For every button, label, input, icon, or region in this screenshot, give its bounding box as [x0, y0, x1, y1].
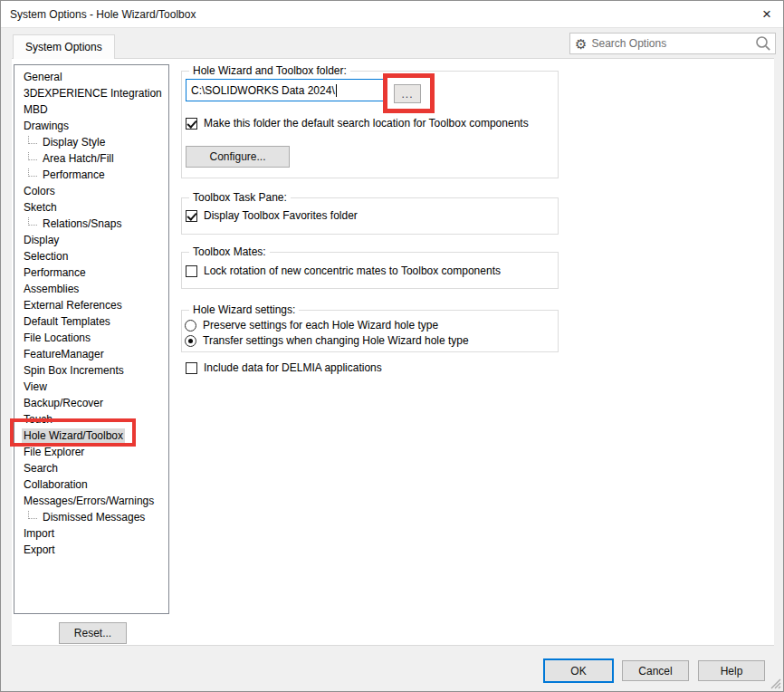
sidebar-item-label: Colors: [22, 184, 57, 198]
sidebar-item-label: MBD: [22, 102, 50, 117]
sidebar-item-label: Dismissed Messages: [41, 510, 147, 524]
sidebar-item-import[interactable]: Import: [14, 525, 168, 542]
radio-button[interactable]: [185, 335, 196, 347]
radio-button[interactable]: [185, 320, 196, 332]
sidebar-item-dismissed-messages[interactable]: Dismissed Messages: [14, 509, 168, 525]
window-title: System Options - Hole Wizard/Toolbox: [10, 8, 196, 21]
sidebar-item-3dexperience-integration[interactable]: 3DEXPERIENCE Integration: [14, 85, 168, 101]
checkbox-label: Lock rotation of new concentric mates to…: [204, 264, 501, 277]
sidebar-item-label: View: [22, 380, 49, 394]
sidebar-item-messages-errors-warnings[interactable]: Messages/Errors/Warnings: [14, 493, 168, 509]
sidebar-item-label: Hole Wizard/Toolbox: [22, 428, 125, 443]
sidebar-item-assemblies[interactable]: Assemblies: [14, 281, 168, 297]
sidebar-item-label: Touch: [22, 412, 54, 427]
sidebar-item-label: Display: [22, 233, 61, 247]
sidebar-item-selection[interactable]: Selection: [14, 248, 168, 264]
sidebar-item-performance[interactable]: Performance: [14, 167, 168, 183]
sidebar-item-general[interactable]: General: [14, 69, 168, 85]
sidebar-item-default-templates[interactable]: Default Templates: [14, 313, 168, 330]
transfer-settings-radio-row[interactable]: Transfer settings when changing Hole Wiz…: [185, 334, 469, 347]
checkbox-label: Make this folder the default search loca…: [204, 117, 529, 130]
sidebar-item-touch[interactable]: Touch: [14, 411, 168, 428]
sidebar-item-label: General: [22, 70, 64, 84]
tree-branch-icon: [28, 152, 37, 160]
radio-label: Preserve settings for each Hole Wizard h…: [203, 319, 438, 332]
sidebar-item-file-explorer[interactable]: File Explorer: [14, 444, 168, 460]
reset-button[interactable]: Reset...: [59, 622, 127, 644]
sidebar-item-file-locations[interactable]: File Locations: [14, 330, 168, 346]
checkbox[interactable]: [186, 118, 197, 130]
sidebar-item-sketch[interactable]: Sketch: [14, 199, 168, 216]
group-title: Hole Wizard and Toolbox folder:: [189, 64, 350, 77]
checkbox-label: Include data for DELMIA applications: [204, 361, 382, 374]
sidebar-item-label: Search: [22, 461, 60, 476]
preserve-settings-radio-row[interactable]: Preserve settings for each Hole Wizard h…: [185, 319, 438, 332]
text-caret: [336, 84, 337, 97]
sidebar-item-label: Area Hatch/Fill: [41, 151, 116, 166]
toolbox-folder-value: C:\SOLIDWORKS Data 2024\: [191, 84, 335, 97]
sidebar-item-drawings[interactable]: Drawings: [14, 118, 168, 134]
sidebar-item-label: Sketch: [22, 200, 59, 215]
checkbox-label: Display Toolbox Favorites folder: [204, 209, 358, 222]
search-icon: [755, 35, 771, 52]
resize-grip-icon[interactable]: [769, 677, 781, 689]
tree-branch-icon: [28, 217, 37, 226]
group-title: Hole Wizard settings:: [189, 303, 299, 316]
close-icon[interactable]: ×: [756, 5, 778, 24]
sidebar-item-label: Default Templates: [22, 314, 112, 329]
checkbox[interactable]: [186, 362, 197, 374]
sidebar-item-collaboration[interactable]: Collaboration: [14, 476, 168, 493]
delmia-checkbox-row[interactable]: Include data for DELMIA applications: [186, 361, 382, 374]
checkbox[interactable]: [186, 210, 197, 222]
sidebar-item-label: File Locations: [22, 331, 92, 345]
sidebar-item-hole-wizard-toolbox[interactable]: Hole Wizard/Toolbox: [14, 428, 168, 444]
search-input[interactable]: [591, 37, 755, 50]
group-title: Toolbox Task Pane:: [189, 191, 291, 204]
sidebar-item-external-references[interactable]: External References: [14, 297, 168, 313]
sidebar-item-label: External References: [22, 298, 124, 312]
ok-button[interactable]: OK: [543, 658, 614, 683]
toolbox-folder-input[interactable]: C:\SOLIDWORKS Data 2024\: [186, 79, 386, 101]
tree-branch-icon: [28, 511, 37, 519]
sidebar-item-performance[interactable]: Performance: [14, 264, 168, 281]
sidebar-item-label: Spin Box Increments: [22, 363, 126, 378]
sidebar-item-colors[interactable]: Colors: [14, 183, 168, 199]
tree-branch-icon: [28, 168, 37, 177]
tree-branch-icon: [28, 136, 37, 144]
cancel-button[interactable]: Cancel: [622, 660, 689, 681]
lock-rotation-checkbox-row[interactable]: Lock rotation of new concentric mates to…: [186, 264, 501, 277]
sidebar-item-featuremanager[interactable]: FeatureManager: [14, 346, 168, 362]
sidebar-item-relations-snaps[interactable]: Relations/Snaps: [14, 216, 168, 232]
sidebar-item-display-style[interactable]: Display Style: [14, 134, 168, 150]
sidebar-item-label: Display Style: [41, 135, 107, 149]
sidebar-item-label: 3DEXPERIENCE Integration: [22, 86, 164, 101]
sidebar-item-label: File Explorer: [22, 445, 86, 459]
sidebar-item-view[interactable]: View: [14, 379, 168, 395]
sidebar-item-label: Assemblies: [22, 282, 81, 296]
sidebar-item-label: Messages/Errors/Warnings: [22, 494, 156, 508]
sidebar-item-search[interactable]: Search: [14, 460, 168, 476]
gear-icon: ⚙: [575, 37, 587, 51]
sidebar-item-display[interactable]: Display: [14, 232, 168, 248]
sidebar-item-backup-recover[interactable]: Backup/Recover: [14, 395, 168, 411]
tab-system-options[interactable]: System Options: [13, 34, 115, 59]
sidebar-item-export[interactable]: Export: [14, 542, 168, 558]
default-search-checkbox-row[interactable]: Make this folder the default search loca…: [186, 117, 529, 130]
title-bar: System Options - Hole Wizard/Toolbox ×: [1, 1, 783, 28]
sidebar-item-area-hatch-fill[interactable]: Area Hatch/Fill: [14, 150, 168, 167]
browse-button[interactable]: ...: [394, 84, 421, 103]
options-tree: General3DEXPERIENCE IntegrationMBDDrawin…: [14, 64, 169, 614]
sidebar-item-label: FeatureManager: [22, 347, 106, 361]
group-title: Toolbox Mates:: [189, 245, 270, 258]
favorites-checkbox-row[interactable]: Display Toolbox Favorites folder: [186, 209, 358, 222]
sidebar-item-mbd[interactable]: MBD: [14, 101, 168, 118]
sidebar-item-label: Performance: [22, 265, 88, 280]
sidebar-item-label: Backup/Recover: [22, 396, 105, 410]
checkbox[interactable]: [186, 265, 197, 277]
search-options-box[interactable]: ⚙: [569, 33, 776, 54]
configure-button[interactable]: Configure...: [186, 146, 290, 168]
help-button[interactable]: Help: [698, 660, 765, 681]
sidebar-item-label: Selection: [22, 249, 70, 264]
sidebar-item-label: Performance: [41, 168, 107, 182]
sidebar-item-spin-box-increments[interactable]: Spin Box Increments: [14, 362, 168, 379]
